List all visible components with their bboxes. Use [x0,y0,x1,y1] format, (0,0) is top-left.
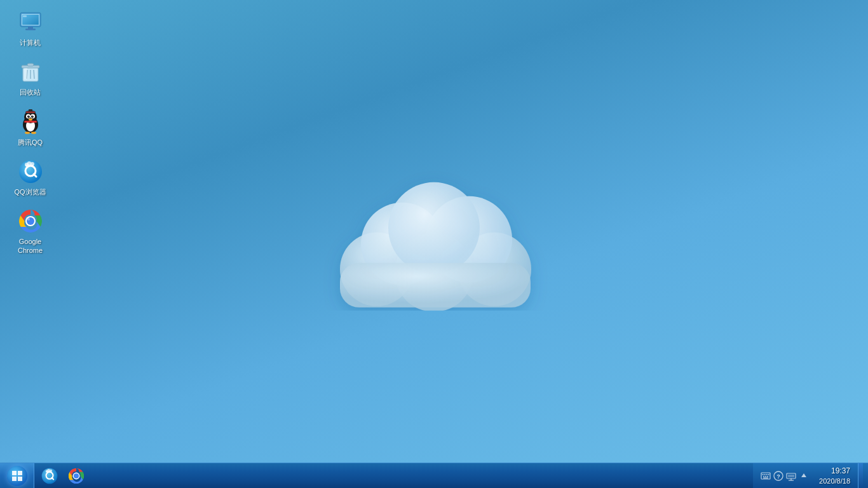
svg-rect-62 [766,474,768,475]
svg-rect-44 [25,165,34,166]
svg-rect-13 [23,15,27,17]
desktop-icon-computer[interactable]: 计算机 [6,6,54,50]
qq-icon-label: 腾讯QQ [18,138,43,147]
svg-rect-33 [24,121,37,123]
taskbar-qqbrowser[interactable] [37,464,62,487]
svg-rect-73 [788,475,794,477]
clock-area[interactable]: 19:37 2020/8/18 [815,466,854,485]
svg-rect-19 [27,64,34,66]
svg-rect-20 [24,68,27,79]
desktop: 计算机 回收站 [0,0,868,463]
svg-rect-67 [763,478,768,479]
svg-rect-6 [340,263,531,308]
svg-point-58 [74,473,79,478]
svg-point-32 [31,132,36,134]
chrome-icon-label-1: Google [19,237,41,246]
taskbar-chrome[interactable] [64,464,89,487]
svg-rect-63 [768,474,770,475]
svg-point-27 [31,115,34,118]
qq-icon [17,109,44,135]
desktop-icon-chrome[interactable]: Google Chrome [6,205,54,258]
svg-point-48 [27,218,30,220]
svg-point-30 [29,118,32,121]
svg-marker-74 [801,473,806,477]
network-tray-icon[interactable] [786,471,796,481]
svg-text:?: ? [776,473,780,480]
keyboard-tray-icon[interactable] [761,471,771,481]
clock-date: 2020/8/18 [819,477,850,485]
svg-rect-66 [767,476,768,477]
svg-rect-65 [765,476,766,477]
chrome-icon [17,208,44,234]
svg-point-5 [388,182,480,274]
svg-rect-12 [25,29,36,30]
system-tray: ? 19:37 2020/8/18 [753,463,868,488]
desktop-icon-qqbrowser[interactable]: QQ浏览器 [6,156,54,199]
desktop-icons-area: 计算机 回收站 [6,6,54,258]
taskbar-pinned-items [34,463,92,488]
help-tray-icon[interactable]: ? [773,471,783,481]
svg-point-28 [29,115,29,116]
start-button[interactable] [0,463,34,489]
taskbar: ? 19:37 2020/8/18 [0,463,868,488]
svg-line-17 [34,70,34,79]
svg-point-29 [32,115,33,116]
desktop-icon-qq[interactable]: 腾讯QQ [6,106,54,149]
svg-rect-37 [26,111,35,112]
svg-rect-64 [763,476,764,477]
svg-point-31 [25,132,30,134]
computer-icon-label: 计算机 [20,38,41,47]
desktop-icon-recycle[interactable]: 回收站 [6,56,54,99]
chrome-icon-label-2: Chrome [18,246,43,255]
svg-rect-60 [763,474,764,475]
tray-icons: ? [758,471,811,481]
recycle-icon [17,58,44,85]
clock-time: 19:37 [831,466,850,477]
svg-point-26 [27,115,30,118]
svg-rect-55 [46,471,52,472]
svg-rect-61 [764,474,766,475]
recycle-icon-label: 回收站 [20,88,41,97]
tray-expand-icon[interactable] [799,471,809,481]
start-orb [7,466,27,486]
computer-icon [17,9,44,36]
cloud-illustration [307,146,561,311]
qqbrowser-icon-label: QQ浏览器 [14,187,46,196]
show-desktop-button[interactable] [858,463,863,488]
qqbrowser-icon [17,158,44,185]
